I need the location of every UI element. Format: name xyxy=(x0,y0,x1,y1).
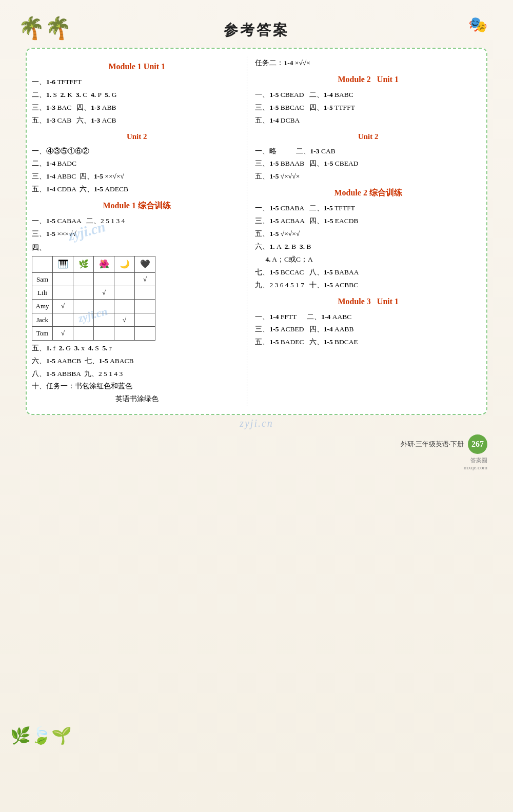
m3u1-line-2: 三、1-5 ACBED 四、1-4 AABB xyxy=(255,324,481,335)
table-row: Lili√ xyxy=(32,286,155,300)
m1u2-line-4: 五、1-4 CDBA 六、1-5 ADECB xyxy=(32,184,242,195)
m2comp-line-4: 六、1. A 2. B 3. B xyxy=(255,241,481,253)
bottom-logo: 答案圈 mxqe.com xyxy=(10,457,487,470)
bottom-watermark: zyji.cn xyxy=(10,418,503,429)
module2-comp-title: Module 2 综合训练 xyxy=(255,186,481,201)
unit2-title-left: Unit 2 xyxy=(32,130,242,144)
m2u2-line-2: 三、1-5 BBAAB 四、1-5 CBEAD xyxy=(255,158,481,170)
piano-icon: 🎹 xyxy=(58,260,68,268)
answer-table: 🎹 🌿 🌺 🌙 🖤 Sam√ Lili√ Amy√ xyxy=(32,256,155,341)
m1comp-line-6: 六、1-5 AABCB 七、1-5 ABACB xyxy=(32,355,242,367)
m1u2-line-1: 一、④③⑤①⑥② xyxy=(32,146,242,157)
unit2-title-right: Unit 2 xyxy=(255,130,481,144)
table-row: Amy√ xyxy=(32,300,155,313)
table-section: 四、 🎹 🌿 🌺 🌙 🖤 Sam√ Lili√ xyxy=(32,242,242,341)
m2u1-line-1: 一、1-5 CBEAD 二、1-4 BABC xyxy=(255,89,481,101)
m1u1-line-4: 五、1-3 CAB 六、1-3 ACB xyxy=(32,115,242,127)
m3u1-line-3: 五、1-5 BADEC 六、1-5 BDCAE xyxy=(255,336,481,348)
m2comp-line-2: 三、1-5 ACBAA 四、1-5 EACDB xyxy=(255,215,481,227)
site-url: mxqe.com xyxy=(464,464,487,470)
blob-icon: 🖤 xyxy=(140,260,150,268)
flower-icon: 🌺 xyxy=(99,260,109,268)
palm-left-icon: 🌴🌴 xyxy=(18,15,71,41)
m1comp-line-9: 英语书涂绿色 xyxy=(32,393,242,405)
table-label: 四、 xyxy=(32,242,242,254)
bottom-leaves-icon: 🌿🍃🌱 xyxy=(10,726,72,745)
m1comp-line-5: 五、1. f 2. G 3. x 4. S 5. r xyxy=(32,343,242,354)
moon-icon: 🌙 xyxy=(120,260,130,268)
m2u1-line-3: 五、1-4 DCBA xyxy=(255,115,481,127)
table-row: Jack√ xyxy=(32,313,155,326)
m2u1-line-2: 三、1-5 BBCAC 四、1-5 TTFFT xyxy=(255,102,481,114)
character-icon: 🎭 xyxy=(468,15,487,33)
m1u1-line-3: 三、1-3 BAC 四、1-3 ABB xyxy=(32,102,242,114)
footer-text: 外研·三年级英语·下册 xyxy=(401,440,464,449)
module3-unit1-title: Module 3 Unit 1 xyxy=(255,294,481,309)
m1comp-line-2: 三、1-5 ×××√√ xyxy=(32,228,242,240)
left-column: Module 1 Unit 1 一、1-6 TFTFFT 二、1. S 2. K… xyxy=(32,56,247,406)
module2-unit1-title: Module 2 Unit 1 xyxy=(255,72,481,87)
m1u1-line-2: 二、1. S 2. K 3. C 4. P 5. G xyxy=(32,89,242,101)
task2-line: 任务二：1-4 ×√√× xyxy=(255,57,481,69)
site-badge: 答案圈 xyxy=(470,457,487,463)
m1u2-line-3: 三、1-4 ABBC 四、1-5 ××√×√ xyxy=(32,171,242,183)
table-row: Sam√ xyxy=(32,272,155,286)
m2comp-line-5: 4. A；C或C；A xyxy=(255,254,481,266)
m1u1-line-1: 一、1-6 TFTFFT xyxy=(32,76,242,88)
page-title: 参考答案 xyxy=(10,21,503,40)
m2comp-line-6: 七、1-5 BCCAC 八、1-5 BABAA xyxy=(255,267,481,279)
m2comp-line-7: 九、2 3 6 4 5 1 7 十、1-5 ACBBC xyxy=(255,280,481,291)
m1comp-line-8: 十、任务一：书包涂红色和蓝色 xyxy=(32,381,242,392)
footer-bar: 外研·三年级英语·下册 267 xyxy=(26,434,487,454)
right-column: 任务二：1-4 ×√√× Module 2 Unit 1 一、1-5 CBEAD… xyxy=(247,56,481,406)
m2comp-line-3: 五、1-5 √×√×√ xyxy=(255,228,481,240)
m1comp-line-7: 八、1-5 ABBBA 九、2 5 1 4 3 xyxy=(32,368,242,380)
page-number: 267 xyxy=(468,434,487,454)
m2u2-line-1: 一、略 二、1-3 CAB xyxy=(255,146,481,157)
tree-icon: 🌿 xyxy=(78,260,89,268)
m3u1-line-1: 一、1-4 FFTT 二、1-4 AABC xyxy=(255,311,481,323)
module1-comp-title: Module 1 综合训练 xyxy=(32,199,242,213)
content-area: zyji.cn zyji.cn Module 1 Unit 1 一、1-6 TF… xyxy=(26,48,487,415)
m1comp-line-1: 一、1-5 CABAA 二、2 5 1 3 4 xyxy=(32,215,242,227)
module1-unit1-title: Module 1 Unit 1 xyxy=(32,60,242,74)
table-row: Tom√ xyxy=(32,327,155,340)
m1u2-line-2: 二、1-4 BADC xyxy=(32,158,242,170)
m2comp-line-1: 一、1-5 CBABA 二、1-5 TFTFT xyxy=(255,203,481,214)
m2u2-line-3: 五、1-5 √×√√× xyxy=(255,171,481,183)
